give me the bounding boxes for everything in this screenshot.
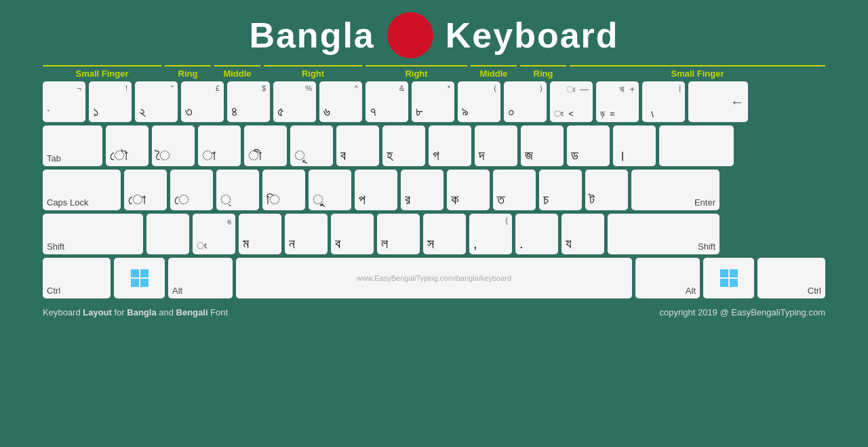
bangladesh-flag — [387, 12, 433, 58]
key-capslock[interactable]: Caps Lock — [43, 170, 121, 210]
key-period[interactable]: য — [561, 214, 604, 254]
bottom-row: Ctrl Alt www.EasyBengaliTyping.com/bangl… — [43, 258, 825, 298]
key-1[interactable]: ! ১ — [89, 81, 132, 122]
key-alt-left[interactable]: Alt — [168, 258, 233, 298]
svg-rect-7 — [730, 279, 738, 287]
key-w[interactable]: ৈ — [152, 125, 195, 166]
key-comma[interactable]: . — [515, 214, 558, 254]
keyboard: ¬ ‌` ! ১ " ২ £ ৩ $ ৪ — [0, 81, 868, 298]
key-h[interactable]: প — [355, 170, 397, 210]
key-n[interactable]: স — [423, 214, 466, 254]
finger-small-right: Small Finger — [570, 65, 825, 79]
key-j[interactable]: র — [401, 170, 443, 210]
key-b[interactable]: ল — [377, 214, 420, 254]
key-5[interactable]: % ৫ — [273, 81, 316, 122]
finger-labels: Small Finger Ring Middle Right Right Mid… — [0, 65, 868, 79]
windows-icon-left — [130, 268, 150, 288]
finger-right-right: Right — [366, 65, 467, 79]
key-win-right[interactable] — [703, 258, 754, 298]
key-shift-right[interactable]: Shift — [608, 214, 719, 254]
svg-rect-5 — [730, 269, 738, 277]
header: Bangla Keyboard — [0, 0, 868, 65]
title-right: Keyboard — [446, 15, 619, 56]
finger-ring-left: Ring — [165, 65, 211, 79]
key-d[interactable]: ্ — [216, 170, 259, 210]
key-9[interactable]: ( ৯ — [458, 81, 500, 122]
key-r[interactable]: ী — [244, 125, 287, 166]
key-ctrl-left[interactable]: Ctrl — [43, 258, 111, 298]
key-m[interactable]: { , — [469, 214, 512, 254]
key-q[interactable]: ৌ — [106, 125, 149, 166]
key-l[interactable]: ত — [493, 170, 536, 210]
key-win-left[interactable] — [114, 258, 165, 298]
key-bracket-l[interactable]: ড — [567, 125, 610, 166]
finger-middle-left: Middle — [214, 65, 260, 79]
key-g[interactable]: ু — [309, 170, 351, 210]
finger-ring-right: Ring — [520, 65, 566, 79]
key-semicolon[interactable]: চ — [539, 170, 582, 210]
key-shift-left[interactable]: Shift — [43, 214, 143, 254]
key-i[interactable]: গ — [429, 125, 471, 166]
key-extra[interactable] — [146, 214, 189, 254]
key-space[interactable]: www.EasyBengaliTyping.com/bangla/keyboar… — [236, 258, 632, 298]
key-u[interactable]: হ — [382, 125, 425, 166]
key-6[interactable]: ^ ৬ — [319, 81, 362, 122]
key-enter[interactable]: Enter — [631, 170, 719, 210]
key-k[interactable]: ক — [447, 170, 490, 210]
key-z[interactable]: ঙ ং — [193, 214, 235, 254]
key-f[interactable]: ি — [262, 170, 305, 210]
key-tab[interactable]: Tab — [43, 125, 102, 166]
key-apostrophe[interactable]: ট — [585, 170, 628, 210]
key-2[interactable]: " ২ — [135, 81, 178, 122]
title-left: Bangla — [249, 15, 374, 56]
footer: Keyboard Layout for Bangla and Bengali F… — [0, 302, 868, 317]
key-e[interactable]: া — [198, 125, 241, 166]
space-url: www.EasyBengaliTyping.com/bangla/keyboar… — [240, 260, 628, 296]
number-row: ¬ ‌` ! ১ " ২ £ ৩ $ ৪ — [43, 81, 825, 122]
footer-right: copyright 2019 @ EasyBengaliTyping.com — [660, 307, 825, 317]
key-hash[interactable]: | \ — [642, 81, 685, 122]
key-ctrl-right[interactable]: Ctrl — [757, 258, 825, 298]
qwerty-row: Tab ৌ ৈ া ী — [43, 125, 825, 166]
key-backtick[interactable]: ¬ ‌` — [43, 81, 85, 122]
key-8[interactable]: * ৮ — [412, 81, 454, 122]
key-v[interactable]: ব — [331, 214, 374, 254]
key-a[interactable]: ো — [124, 170, 167, 210]
key-enter-top[interactable] — [659, 125, 734, 166]
key-3[interactable]: £ ৩ — [181, 81, 224, 122]
key-7[interactable]: & ৭ — [366, 81, 408, 122]
finger-right-left: Right — [264, 65, 362, 79]
key-x[interactable]: ম — [239, 214, 281, 254]
windows-icon-right — [719, 268, 739, 288]
key-minus[interactable]: ঃ — ং < — [550, 81, 593, 122]
finger-middle-right: Middle — [471, 65, 517, 79]
key-t[interactable]: ূ — [290, 125, 333, 166]
asdf-row: Caps Lock ো ে ্ ি — [43, 170, 825, 210]
finger-small-left: Small Finger — [43, 65, 161, 79]
zxcv-row: Shift ঙ ং ম ন — [43, 214, 825, 254]
svg-rect-2 — [131, 279, 139, 287]
key-alt-right[interactable]: Alt — [635, 258, 700, 298]
key-backspace[interactable]: ← — [688, 81, 748, 122]
svg-rect-6 — [720, 279, 728, 287]
key-0[interactable]: ) ০ — [504, 81, 547, 122]
key-4[interactable]: $ ৪ — [227, 81, 270, 122]
key-y[interactable]: ব — [336, 125, 379, 166]
key-s[interactable]: ে — [170, 170, 213, 210]
svg-rect-0 — [131, 269, 139, 277]
footer-left: Keyboard Layout for Bangla and Bengali F… — [43, 307, 228, 317]
svg-rect-1 — [140, 269, 149, 277]
key-equals[interactable]: ঋ + ড় = — [596, 81, 639, 122]
svg-rect-3 — [140, 279, 149, 287]
svg-rect-4 — [720, 269, 728, 277]
key-p[interactable]: জ — [521, 125, 564, 166]
key-c[interactable]: ন — [285, 214, 328, 254]
key-bracket-r[interactable]: । — [613, 125, 656, 166]
key-o[interactable]: দ — [475, 125, 517, 166]
